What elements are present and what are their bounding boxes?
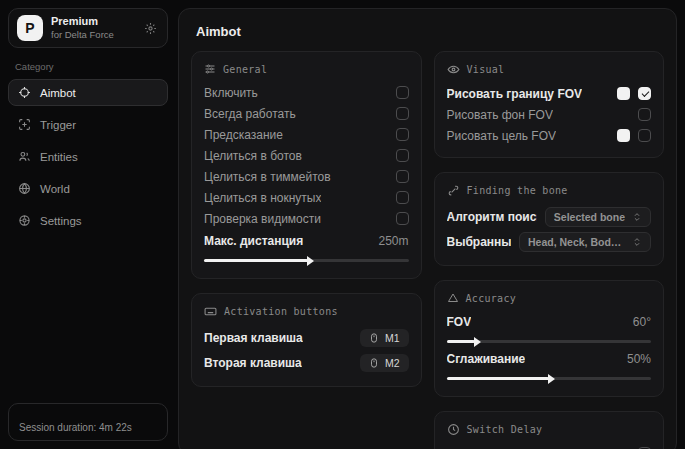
- second-key-bind-button[interactable]: M2: [360, 354, 409, 372]
- first-key-bind-button[interactable]: M1: [360, 329, 409, 347]
- max-distance-slider-group: Макс. дистанция 250m: [204, 230, 409, 262]
- finding-the-bone-card: Finding the bone Алгоритм поиска кост Se…: [434, 172, 665, 266]
- setting-row-target-teammates: Целиться в тиммейтов: [204, 166, 409, 187]
- sidebar-item-trigger[interactable]: Trigger: [8, 111, 168, 138]
- crosshair-icon: [18, 86, 31, 99]
- accuracy-card: Accuracy FOV 60° Сглаживание 50%: [434, 280, 665, 397]
- chevrons-up-down-icon: [632, 237, 642, 247]
- sidebar-item-aimbot[interactable]: Aimbot: [8, 79, 168, 106]
- main-panel: Aimbot General Включить Всегда работать: [178, 8, 677, 449]
- slider-value: 60°: [633, 315, 651, 329]
- gear-icon: [144, 22, 157, 35]
- eye-icon: [447, 63, 460, 76]
- visual-card: Visual Рисовать границу FOV Рисовать фон…: [434, 51, 665, 158]
- color-swatch[interactable]: [617, 87, 630, 100]
- max-distance-slider[interactable]: [204, 259, 409, 262]
- sidebar-item-label: Settings: [40, 215, 82, 227]
- selected-bones-select[interactable]: Head, Neck, Body, Pe..: [519, 232, 651, 252]
- sidebar-item-entities[interactable]: Entities: [8, 143, 168, 170]
- draw-fov-target-row: Рисовать цель FOV: [447, 125, 652, 146]
- draw-fov-border-row: Рисовать границу FOV: [447, 83, 652, 104]
- brand-logo: P: [17, 15, 43, 41]
- triangle-icon: [447, 292, 459, 304]
- bone-icon: [447, 184, 460, 197]
- setting-row-visibility-check: Проверка видимости: [204, 208, 409, 229]
- sidebar-item-label: Aimbot: [40, 87, 76, 99]
- page-title: Aimbot: [196, 24, 664, 39]
- checkbox[interactable]: [396, 128, 409, 141]
- sidebar-item-world[interactable]: World: [8, 175, 168, 202]
- general-card: General Включить Всегда работать Предска…: [191, 51, 422, 279]
- mouse-icon: [369, 333, 379, 343]
- setting-row-prediction: Предсказание: [204, 124, 409, 145]
- card-title: Finding the bone: [467, 185, 568, 196]
- checkbox[interactable]: [638, 108, 651, 121]
- world-icon: [18, 182, 31, 195]
- entities-icon: [18, 150, 31, 163]
- slider-value: 250m: [378, 234, 408, 248]
- first-key-row: Первая клавиша M1: [204, 325, 409, 350]
- checkbox[interactable]: [638, 129, 651, 142]
- trigger-icon: [18, 118, 31, 131]
- settings-icon: [18, 214, 31, 227]
- fov-slider[interactable]: [447, 340, 652, 343]
- sidebar: P Premium for Delta Force Category Aimbo…: [0, 0, 176, 449]
- clock-icon: [447, 423, 460, 436]
- draw-fov-background-row: Рисовать фон FOV: [447, 104, 652, 125]
- brand-title: Premium: [51, 15, 114, 29]
- switch-delay-enable-row: Задержка переключения: [447, 443, 652, 449]
- switch-delay-card: Switch Delay Задержка переключения Задер…: [434, 411, 665, 449]
- sidebar-item-label: World: [40, 183, 70, 195]
- setting-row-enable: Включить: [204, 82, 409, 103]
- checkbox[interactable]: [396, 107, 409, 120]
- sidebar-item-label: Entities: [40, 151, 78, 163]
- brand-settings-button[interactable]: [142, 20, 159, 37]
- card-title: Activation buttons: [224, 306, 338, 317]
- smoothing-slider[interactable]: [447, 377, 652, 380]
- setting-row-target-bots: Целиться в ботов: [204, 145, 409, 166]
- brand-subtitle: for Delta Force: [51, 29, 114, 41]
- selected-bones-row: Выбранные кос Head, Neck, Body, Pe..: [447, 229, 652, 254]
- sidebar-item-label: Trigger: [40, 119, 76, 131]
- checkbox[interactable]: [396, 170, 409, 183]
- bone-algorithm-row: Алгоритм поиска кост Selected bone: [447, 204, 652, 229]
- fov-slider-group: FOV 60°: [447, 311, 652, 343]
- checkbox[interactable]: [396, 191, 409, 204]
- mouse-icon: [369, 358, 379, 368]
- setting-row-always-work: Всегда работать: [204, 103, 409, 124]
- checkbox[interactable]: [396, 149, 409, 162]
- checkbox[interactable]: [638, 87, 651, 100]
- card-title: Accuracy: [466, 293, 517, 304]
- bone-algorithm-select[interactable]: Selected bone: [545, 207, 651, 227]
- chevrons-up-down-icon: [632, 212, 642, 222]
- sidebar-item-settings[interactable]: Settings: [8, 207, 168, 234]
- keyboard-icon: [204, 305, 217, 318]
- second-key-row: Вторая клавиша M2: [204, 350, 409, 375]
- color-swatch[interactable]: [617, 129, 630, 142]
- slider-value: 50%: [627, 352, 651, 366]
- checkbox[interactable]: [396, 86, 409, 99]
- sliders-icon: [204, 63, 216, 75]
- activation-buttons-card: Activation buttons Первая клавиша M1 Вто…: [191, 293, 422, 387]
- smoothing-slider-group: Сглаживание 50%: [447, 348, 652, 380]
- category-label: Category: [15, 61, 161, 72]
- brand-card: P Premium for Delta Force: [8, 8, 168, 48]
- card-title: Switch Delay: [467, 424, 543, 435]
- card-title: Visual: [467, 64, 505, 75]
- setting-row-target-knocked: Целиться в нокнутых: [204, 187, 409, 208]
- session-duration: Session duration: 4m 22s: [8, 403, 168, 441]
- card-title: General: [223, 64, 267, 75]
- checkbox[interactable]: [396, 212, 409, 225]
